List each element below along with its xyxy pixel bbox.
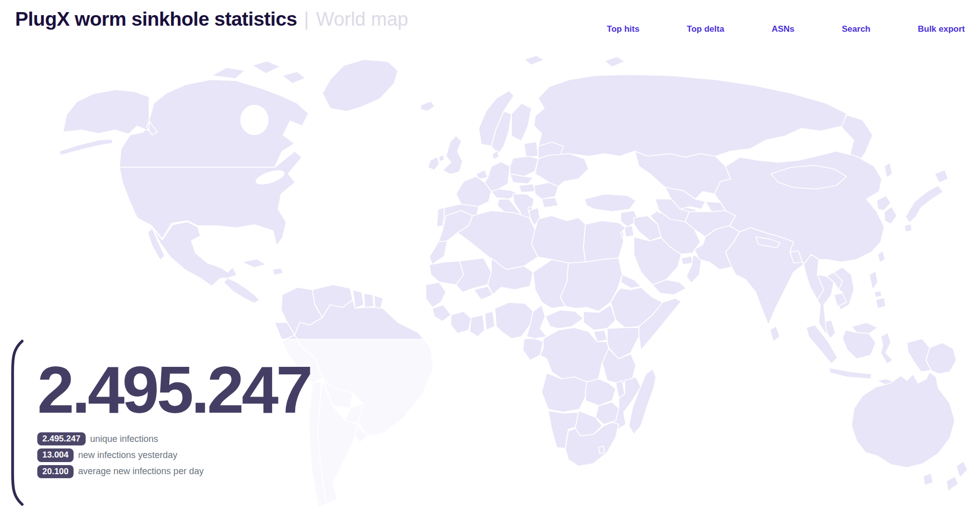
country-sakhalin[interactable] [884, 162, 892, 178]
country-zambia[interactable] [585, 379, 616, 406]
stat-label: average new infections per day [78, 466, 204, 477]
stat-value-badge: 2.495.247 [37, 432, 86, 445]
country-togo-benin[interactable] [485, 311, 495, 330]
country-libya[interactable] [532, 216, 585, 263]
page-subtitle: World map [316, 9, 408, 30]
country-ghana[interactable] [470, 315, 485, 337]
country-sri-lanka[interactable] [770, 326, 780, 342]
title-row: PlugX worm sinkhole statistics | World m… [15, 8, 408, 30]
country-hispaniola[interactable] [272, 268, 283, 275]
country-iceland[interactable] [420, 101, 435, 111]
country-new-zealand[interactable] [946, 461, 967, 491]
header: PlugX worm sinkhole statistics | World m… [0, 0, 980, 43]
nav-top-hits[interactable]: Top hits [607, 24, 639, 34]
stat-row-average-per-day: 20.100 average new infections per day [37, 465, 204, 478]
country-philippines[interactable] [869, 271, 886, 308]
country-denmark[interactable] [492, 151, 499, 159]
nav-search[interactable]: Search [842, 24, 871, 34]
country-egypt[interactable] [583, 221, 626, 262]
country-papua-new-guinea[interactable] [926, 343, 956, 374]
country-sierra-leone-liberia[interactable] [432, 305, 451, 321]
country-svalbard[interactable] [524, 55, 544, 65]
country-ukraine[interactable] [535, 154, 589, 186]
country-cote-divoire[interactable] [451, 311, 471, 334]
country-russia[interactable] [534, 75, 846, 157]
country-taiwan[interactable] [878, 250, 885, 263]
country-zimbabwe[interactable] [596, 402, 619, 424]
nav-asns[interactable]: ASNs [771, 24, 794, 34]
country-central-america[interactable] [224, 278, 259, 303]
country-senegal[interactable] [426, 282, 446, 307]
stat-label: new infections yesterday [78, 450, 177, 461]
country-ireland[interactable] [428, 157, 439, 170]
country-western-sahara[interactable] [429, 241, 447, 265]
nav-bulk-export[interactable]: Bulk export [918, 24, 965, 34]
stats-badge-rows: 2.495.247 unique infections 13.004 new i… [37, 432, 204, 478]
country-finland[interactable] [511, 103, 532, 141]
country-cuba[interactable] [242, 259, 266, 268]
country-poland[interactable] [510, 156, 538, 176]
country-angola[interactable] [542, 373, 587, 412]
country-bulgaria[interactable] [542, 198, 558, 208]
country-united-kingdom[interactable] [439, 136, 463, 174]
stat-value-badge: 13.004 [37, 448, 74, 462]
country-gabon-congo[interactable] [523, 339, 543, 360]
country-french-guiana[interactable] [374, 295, 383, 308]
black-sea [584, 174, 630, 191]
country-hungary[interactable] [519, 184, 535, 192]
country-south-korea[interactable] [884, 207, 897, 224]
title-separator: | [304, 9, 309, 30]
page-title: PlugX worm sinkhole statistics [15, 8, 297, 30]
nav-top-delta[interactable]: Top delta [687, 24, 724, 34]
stat-row-new-yesterday: 13.004 new infections yesterday [37, 448, 204, 462]
country-tasmania[interactable] [923, 473, 933, 485]
country-lesotho[interactable] [599, 446, 605, 454]
country-australia[interactable] [852, 372, 955, 468]
stat-label: unique infections [90, 434, 158, 444]
country-novaya-zemlya[interactable] [605, 56, 625, 67]
country-central-african-republic[interactable] [545, 310, 583, 329]
country-baltics[interactable] [524, 142, 538, 157]
country-turkey[interactable] [584, 194, 636, 212]
stat-row-unique-infections: 2.495.247 unique infections [37, 432, 204, 445]
hudson-bay [240, 105, 269, 135]
country-greenland[interactable] [322, 59, 398, 111]
country-eritrea[interactable] [621, 275, 641, 288]
main-nav: Top hits Top delta ASNs Search Bulk expo… [607, 24, 965, 34]
stat-value-badge: 20.100 [37, 465, 74, 478]
stats-brace [10, 339, 25, 507]
country-suriname[interactable] [364, 293, 374, 307]
country-japan[interactable] [904, 170, 948, 232]
total-infections-number: 2.495.247 [37, 357, 310, 423]
